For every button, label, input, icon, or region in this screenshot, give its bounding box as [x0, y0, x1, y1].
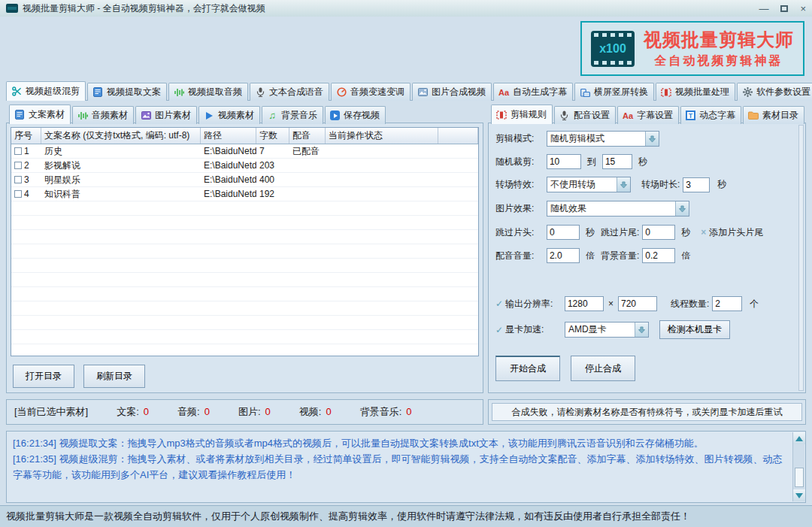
random-cut-label: 随机裁剪: — [495, 156, 544, 168]
gpu-select[interactable]: AMD显卡 — [565, 322, 649, 338]
close-button[interactable]: × — [800, 3, 806, 14]
start-synthesis-button[interactable]: 开始合成 — [495, 356, 560, 381]
resolution-width-input[interactable] — [565, 296, 604, 311]
main-tab-img2video[interactable]: 图片合成视频 — [412, 83, 492, 101]
stop-synthesis-button[interactable]: 停止合成 — [571, 356, 635, 381]
minimize-button[interactable]: — — [759, 3, 768, 14]
main-tab-audio-speed[interactable]: 音频变速变调 — [331, 83, 411, 101]
threads-input[interactable] — [712, 296, 742, 311]
row-voice: 已配音 — [289, 145, 326, 158]
to-label: 到 — [587, 156, 596, 168]
row-checkbox[interactable] — [14, 147, 22, 155]
skip-head-input[interactable] — [547, 225, 580, 240]
row-checkbox[interactable] — [14, 162, 22, 169]
open-dir-button[interactable]: 打开目录 — [13, 365, 74, 388]
skip-tail-input[interactable] — [642, 225, 675, 240]
log-panel[interactable]: [16:21:34] 视频提取文案：拖拽导入mp3格式的音频或者mp4格式的视频… — [6, 431, 806, 503]
tab-label: 视频批量处理 — [675, 86, 729, 98]
row-name: 知识科普 — [41, 188, 201, 201]
col-index[interactable]: 序号 — [11, 128, 41, 144]
maximize-button[interactable] — [780, 5, 788, 12]
gpu-value: AMD显卡 — [565, 323, 635, 337]
random-cut-to-input[interactable] — [602, 154, 632, 169]
detect-gpu-button[interactable]: 检测本机显卡 — [659, 320, 730, 339]
material-tab-bar: 文案素材 音频素材 图片素材 视频素材 ♫ 背景音乐 保存视频 — [9, 104, 483, 123]
subtab-image-material[interactable]: 图片素材 — [135, 106, 197, 124]
table-row[interactable]: 3 明星娱乐 E:\BaiduNetd... 400 — [11, 173, 478, 187]
transition-duration-input[interactable] — [683, 177, 710, 192]
clip-mode-select[interactable]: 随机剪辑模式 — [547, 131, 659, 147]
voice-volume-input[interactable] — [547, 248, 580, 263]
table-row[interactable]: 2 影视解说 E:\BaiduNetd... 203 — [11, 159, 478, 173]
col-voice[interactable]: 配音 — [289, 128, 326, 144]
main-tab-screen-rotate[interactable]: 横屏竖屏转换 — [574, 83, 654, 101]
row-words: 7 — [256, 146, 289, 156]
panel-scrollbar[interactable] — [798, 125, 804, 391]
scroll-up-icon[interactable] — [793, 432, 805, 444]
footer-disclaimer: 视频批量剪辑大师是一款视频全自动剪辑软件，仅用于个人原创视频制作、提高剪辑效率，… — [0, 505, 812, 527]
tab-label: 图片合成视频 — [432, 86, 486, 98]
log-scrollbar[interactable] — [792, 432, 804, 501]
table-row[interactable]: 1 历史 E:\BaiduNetd... 7 已配音 — [11, 144, 478, 159]
seconds-unit: 秒 — [638, 156, 647, 168]
tab-label: 动态字幕 — [699, 109, 735, 122]
rtab-voice-settings[interactable]: 配音设置 — [554, 106, 616, 124]
subtab-audio-material[interactable]: 音频素材 — [72, 106, 134, 124]
seconds-unit: 秒 — [681, 226, 690, 239]
row-words: 400 — [256, 174, 289, 185]
resolution-height-input[interactable] — [618, 296, 657, 311]
row-path: E:\BaiduNetd... — [201, 160, 256, 171]
check-icon[interactable]: ✓ — [495, 298, 503, 309]
subtab-bgm[interactable]: ♫ 背景音乐 — [262, 106, 323, 124]
main-tab-batch-process[interactable]: 视频批量处理 — [656, 83, 735, 101]
cross-unchecked-icon[interactable]: × — [701, 227, 706, 238]
image-effect-value: 随机效果 — [547, 201, 675, 216]
t-box-icon: T — [686, 111, 695, 120]
rtab-subtitle-settings[interactable]: Aa 字幕设置 — [617, 106, 679, 124]
rotate-screen-icon — [580, 87, 590, 98]
rtab-dynamic-subtitle[interactable]: T 动态字幕 — [680, 106, 741, 124]
document-icon — [92, 87, 103, 98]
tab-label: 字幕设置 — [637, 109, 673, 122]
gear-icon — [742, 87, 753, 98]
subtab-save-video[interactable]: 保存视频 — [325, 106, 386, 124]
material-table[interactable]: 序号 文案名称 (仅支持txt格式, 编码: utf-8) 路径 字数 配音 当… — [11, 127, 479, 356]
transition-value: 不使用转场 — [547, 177, 617, 192]
main-tab-tts[interactable]: 文本合成语音 — [250, 83, 329, 101]
random-cut-from-input[interactable] — [547, 154, 581, 169]
row-checkbox[interactable] — [14, 176, 22, 183]
main-tab-extract-text[interactable]: 视频提取文案 — [87, 83, 167, 101]
selection-bgm-count: 背景音乐:0 — [360, 405, 412, 419]
check-icon[interactable]: ✓ — [495, 325, 503, 335]
transition-select[interactable]: 不使用转场 — [547, 177, 631, 192]
image-effect-select[interactable]: 随机效果 — [547, 201, 689, 217]
col-words[interactable]: 字数 — [256, 128, 289, 144]
col-status[interactable]: 当前操作状态 — [326, 128, 438, 144]
tab-label: 保存视频 — [344, 109, 380, 122]
refresh-dir-button[interactable]: 刷新目录 — [83, 365, 145, 388]
scrollbar-thumb[interactable] — [795, 468, 804, 487]
row-checkbox[interactable] — [14, 190, 22, 198]
chevron-down-icon — [617, 177, 630, 192]
subtab-video-material[interactable]: 视频素材 — [198, 106, 260, 124]
main-tab-settings[interactable]: 软件参数设置 — [737, 83, 812, 101]
scroll-down-icon[interactable] — [793, 489, 805, 501]
tab-label: 软件参数设置 — [756, 86, 810, 98]
main-tab-auto-subtitle[interactable]: Aa 自动生成字幕 — [493, 83, 573, 101]
col-path[interactable]: 路径 — [201, 128, 256, 144]
col-name[interactable]: 文案名称 (仅支持txt格式, 编码: utf-8) — [41, 128, 201, 144]
subtab-text-material[interactable]: 文案素材 — [9, 104, 71, 124]
main-tab-extract-audio[interactable]: 视频提取音频 — [168, 83, 248, 101]
table-row[interactable]: 4 知识科普 E:\BaiduNetd... 192 — [11, 187, 478, 201]
clip-mode-value: 随机剪辑模式 — [547, 132, 645, 146]
add-intro-outro-label[interactable]: 添加片头片尾 — [709, 226, 763, 239]
rtab-material-dir[interactable]: 素材目录 — [743, 106, 804, 124]
seconds-unit: 秒 — [717, 178, 726, 191]
rtab-edit-rules[interactable]: 剪辑规则 — [491, 104, 553, 124]
main-tab-super-mix[interactable]: 视频超级混剪 — [6, 81, 86, 101]
synthesis-status-text: 合成失败，请检测素材名称是否有特殊符号，或关闭显卡加速后重试 — [492, 403, 802, 421]
bg-volume-input[interactable] — [642, 248, 675, 263]
tab-label: 文案素材 — [29, 108, 65, 121]
tab-label: 文本合成语音 — [269, 86, 323, 98]
tab-label: 剪辑规则 — [511, 108, 547, 121]
